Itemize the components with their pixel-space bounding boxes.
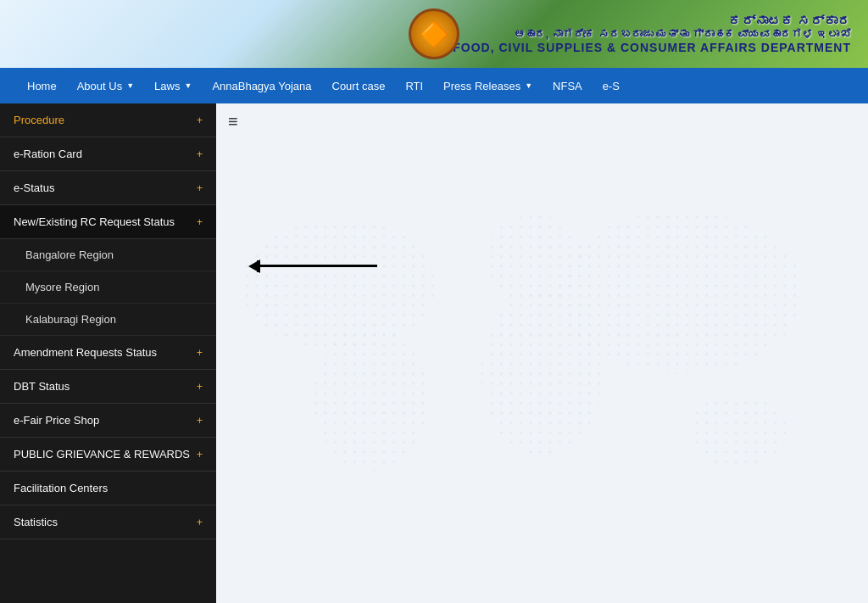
sidebar-item-procedure[interactable]: Procedure + [0,103,216,137]
amendment-arrow-icon: + [197,347,203,359]
sidebar-item-rc-request[interactable]: New/Existing RC Request Status + [0,205,216,239]
header-logo: 🔶 [409,8,459,59]
sidebar-item-facilitation[interactable]: Facilitation Centers [0,472,216,505]
sidebar-item-public-grievance[interactable]: PUBLIC GRIEVANCE & REWARDS + [0,438,216,472]
svg-point-3 [485,215,582,304]
nav-link-press[interactable]: Press Releases ▼ [433,70,542,103]
svg-point-5 [559,211,803,374]
dept-kannada-title: ಕರ್ನಾಟಕ ಸರ್ಕಾರ [453,14,851,28]
rc-request-arrow-icon: + [197,216,203,228]
svg-point-2 [314,325,428,472]
sidebar-item-bangalore[interactable]: Bangalore Region [0,239,216,271]
sidebar-item-statistics[interactable]: Statistics + [0,505,216,539]
sidebar-item-kalaburagi[interactable]: Kalaburagi Region [0,304,216,336]
sidebar-label-rc-request: New/Existing RC Request Status [14,215,197,228]
nav-item-laws[interactable]: Laws ▼ [144,70,202,103]
eration-arrow-icon: + [197,148,203,160]
sidebar-label-public-grievance: PUBLIC GRIEVANCE & REWARDS [14,448,197,461]
sidebar: Procedure + e-Ration Card + e-Status + N… [0,103,216,603]
nav-list: Home About Us ▼ Laws ▼ AnnaBhagya Yojana… [17,70,630,103]
nav-link-home[interactable]: Home [17,70,67,103]
dept-english-title: FOOD, CIVIL SUPPLIES & CONSUMER AFFAIRS … [453,41,851,54]
sidebar-label-kalaburagi: Kalaburagi Region [25,313,116,326]
svg-point-6 [689,394,787,468]
nav-link-about[interactable]: About Us ▼ [67,70,144,103]
estatus-arrow-icon: + [197,182,203,194]
sidebar-label-amendment: Amendment Requests Status [14,346,197,359]
nav-link-laws[interactable]: Laws ▼ [144,70,202,103]
arrow-annotation [259,265,377,267]
govt-logo: 🔶 [409,8,459,59]
efair-arrow-icon: + [197,415,203,427]
dbt-arrow-icon: + [197,381,203,393]
sidebar-item-eration-card[interactable]: e-Ration Card + [0,137,216,171]
nav-item-press[interactable]: Press Releases ▼ [433,70,542,103]
page-layout: Procedure + e-Ration Card + e-Status + N… [0,103,868,603]
dept-kannada-subtitle: ಆಹಾರ, ನಾಗರೀಕ ಸರಬರಾಜು ಮತ್ತು ಗ್ರಾಹಕ ವ್ಯವಹಾ… [453,28,851,41]
nav-item-annabhagya[interactable]: AnnaBhagya Yojana [202,70,321,103]
sidebar-label-mysore: Mysore Region [25,281,99,293]
sidebar-item-efair-price[interactable]: e-Fair Price Shop + [0,404,216,438]
procedure-arrow-icon: + [197,114,203,126]
sidebar-item-mysore[interactable]: Mysore Region [0,271,216,304]
svg-point-1 [241,219,437,349]
nav-item-courtcase[interactable]: Court case [322,70,396,103]
sidebar-label-procedure: Procedure [14,114,197,126]
header-banner: 🔶 ಕರ್ನಾಟಕ ಸರ್ಕಾರ ಆಹಾರ, ನಾಗರೀಕ ಸರಬರಾಜು ಮತ… [0,0,868,68]
sidebar-label-bangalore: Bangalore Region [25,248,114,261]
sidebar-label-estatus: e-Status [14,181,197,194]
main-navbar: Home About Us ▼ Laws ▼ AnnaBhagya Yojana… [0,68,868,103]
nav-item-home[interactable]: Home [17,70,67,103]
nav-link-nfsa[interactable]: NFSA [542,70,593,103]
nav-link-courtcase[interactable]: Court case [322,70,396,103]
nav-link-es[interactable]: e-S [593,70,630,103]
svg-point-4 [481,293,603,455]
world-map-background [216,137,868,545]
hamburger-button[interactable]: ≡ [216,103,250,140]
sidebar-label-dbt-status: DBT Status [14,380,197,393]
main-content: ≡ [216,103,868,603]
laws-arrow: ▼ [184,81,192,90]
sidebar-label-efair-price: e-Fair Price Shop [14,414,197,427]
sidebar-item-estatus[interactable]: e-Status + [0,171,216,205]
nav-item-es[interactable]: e-S [593,70,630,103]
press-arrow: ▼ [525,81,532,90]
nav-item-nfsa[interactable]: NFSA [542,70,593,103]
header-text: ಕರ್ನಾಟಕ ಸರ್ಕಾರ ಆಹಾರ, ನಾಗರೀಕ ಸರಬರಾಜು ಮತ್ತ… [453,14,851,54]
about-arrow: ▼ [126,81,134,90]
grievance-arrow-icon: + [197,449,203,461]
statistics-arrow-icon: + [197,516,203,528]
nav-item-rti[interactable]: RTI [395,70,433,103]
sidebar-item-dbt-status[interactable]: DBT Status + [0,370,216,404]
sidebar-label-facilitation: Facilitation Centers [14,482,203,494]
sidebar-label-eration-card: e-Ration Card [14,148,197,160]
nav-item-about[interactable]: About Us ▼ [67,70,144,103]
sidebar-item-amendment[interactable]: Amendment Requests Status + [0,336,216,370]
nav-link-annabhagya[interactable]: AnnaBhagya Yojana [202,70,321,103]
nav-link-rti[interactable]: RTI [395,70,433,103]
sidebar-label-statistics: Statistics [14,516,197,528]
